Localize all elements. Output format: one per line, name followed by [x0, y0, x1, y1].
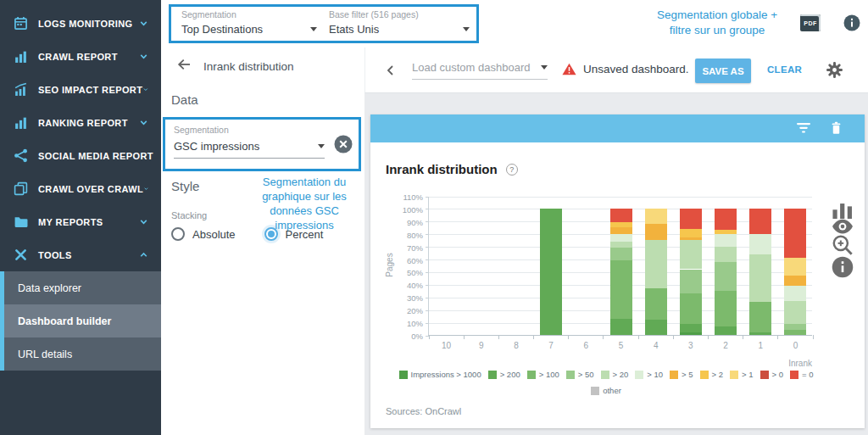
- legend-item[interactable]: > 1: [730, 370, 753, 379]
- back-arrow-icon[interactable]: [176, 58, 192, 75]
- legend-item[interactable]: Impressions > 1000: [399, 370, 481, 379]
- chevron-down-icon: [138, 117, 149, 128]
- bar-segment[interactable]: [784, 286, 806, 301]
- bar-segment[interactable]: [784, 324, 806, 330]
- submenu-item-dashboard-builder[interactable]: Dashboard builder: [0, 304, 161, 337]
- bar-segment[interactable]: [715, 326, 737, 335]
- chart-type-icon[interactable]: [832, 199, 854, 219]
- bar-segment[interactable]: [680, 324, 702, 332]
- radio-absolute[interactable]: [171, 227, 185, 241]
- submenu-item-url-details[interactable]: URL details: [0, 337, 161, 371]
- clear-segmentation-icon[interactable]: [334, 135, 353, 153]
- bar-segment[interactable]: [610, 222, 632, 227]
- sidebar-item-crawl-over-crawl[interactable]: CRAWL OVER CRAWL: [0, 172, 161, 205]
- bar-segment[interactable]: [784, 258, 806, 276]
- bar-segment[interactable]: [715, 291, 737, 326]
- legend-item[interactable]: > 2: [700, 370, 723, 379]
- legend-item[interactable]: > 10: [635, 370, 663, 379]
- eye-icon[interactable]: [832, 219, 854, 234]
- x-axis-tick: [429, 335, 430, 339]
- filter-icon[interactable]: [797, 122, 810, 134]
- bar-segment[interactable]: [610, 260, 632, 319]
- radio-percent[interactable]: [264, 227, 278, 241]
- y-axis-tick: [426, 197, 429, 198]
- bar-segment[interactable]: [645, 224, 667, 240]
- bar-segment[interactable]: [610, 248, 632, 260]
- sidebar-item-my-reports[interactable]: MY REPORTS: [0, 205, 161, 238]
- bar-segment[interactable]: [680, 332, 702, 335]
- chart-info-icon[interactable]: [832, 256, 854, 278]
- gear-icon[interactable]: [826, 61, 843, 79]
- radio-absolute-label: Absolute: [192, 228, 236, 241]
- legend-item[interactable]: > 100: [527, 370, 559, 379]
- collapse-panel-icon[interactable]: [384, 64, 398, 77]
- chevron-down-icon: [138, 51, 149, 62]
- save-as-button[interactable]: SAVE AS: [695, 59, 751, 83]
- info-icon[interactable]: [843, 14, 860, 31]
- bar-segment[interactable]: [715, 247, 737, 262]
- y-axis-tick: [426, 221, 429, 222]
- bar-segment[interactable]: [715, 234, 737, 247]
- widget-segmentation-select[interactable]: GSC impressions: [174, 140, 325, 159]
- sidebar-item-tools[interactable]: TOOLS: [0, 238, 161, 271]
- chart-card-header[interactable]: [370, 114, 865, 142]
- gridline: [429, 197, 812, 198]
- legend-item[interactable]: = 0: [790, 370, 813, 379]
- bar-segment[interactable]: [645, 320, 667, 335]
- load-dashboard-select[interactable]: Load custom dashboard: [412, 61, 548, 80]
- bar-segment[interactable]: [749, 254, 771, 303]
- segmentation-select[interactable]: Segmentation Top Destinations: [181, 9, 317, 40]
- bar-segment[interactable]: [784, 276, 806, 286]
- legend-item[interactable]: > 20: [601, 370, 629, 379]
- legend-item[interactable]: > 200: [488, 370, 520, 379]
- trash-icon[interactable]: [830, 121, 843, 135]
- help-icon[interactable]: ?: [506, 164, 518, 176]
- sidebar-item-label: RANKING REPORT: [38, 118, 138, 128]
- x-tick-label: 8: [514, 341, 519, 350]
- legend-item[interactable]: other: [591, 386, 621, 395]
- bar-segment[interactable]: [540, 209, 562, 335]
- pdf-export-icon[interactable]: PDF: [800, 14, 821, 31]
- sidebar-item-crawl-report[interactable]: CRAWL REPORT: [0, 40, 161, 73]
- submenu-item-data-explorer[interactable]: Data explorer: [0, 271, 161, 304]
- bar-segment[interactable]: [610, 227, 632, 233]
- bar-segment[interactable]: [610, 242, 632, 248]
- bar-segment[interactable]: [680, 293, 702, 324]
- bar-segment[interactable]: [784, 301, 806, 324]
- bar-segment[interactable]: [680, 237, 702, 240]
- bar-segment[interactable]: [680, 270, 702, 293]
- bar-segment[interactable]: [784, 330, 806, 335]
- bar-segment[interactable]: [680, 240, 702, 269]
- legend-swatch: [566, 371, 575, 379]
- legend-item[interactable]: > 50: [566, 370, 594, 379]
- bar-segment[interactable]: [610, 209, 632, 222]
- unsaved-warning: Unsaved dashboard.: [562, 63, 689, 75]
- bar-segment[interactable]: [645, 288, 667, 320]
- bar-segment[interactable]: [715, 230, 737, 233]
- bar-segment[interactable]: [749, 302, 771, 332]
- bar-segment[interactable]: [680, 229, 702, 237]
- chevron-down-icon: [142, 84, 149, 95]
- bar-segment[interactable]: [749, 209, 771, 234]
- sidebar-item-ranking-report[interactable]: RANKING REPORT: [0, 106, 161, 139]
- bar-segment[interactable]: [749, 332, 771, 335]
- bar-segment[interactable]: [645, 209, 667, 224]
- sidebar-item-social-media-report[interactable]: SOCIAL MEDIA REPORT: [0, 139, 161, 172]
- bar-segment[interactable]: [749, 234, 771, 254]
- sidebar-item-logs-monitoring[interactable]: LOGS MONITORING: [0, 7, 161, 40]
- bar-segment[interactable]: [715, 209, 737, 230]
- segmentation-global-note[interactable]: Segmentation globale + filtre sur un gro…: [653, 8, 782, 38]
- bar-segment[interactable]: [715, 262, 737, 291]
- bar-segment[interactable]: [680, 209, 702, 229]
- bar-segment[interactable]: [784, 209, 806, 258]
- clear-button[interactable]: CLEAR: [767, 64, 802, 75]
- bar-segment[interactable]: [610, 319, 632, 335]
- chevron-down-icon: [138, 18, 149, 29]
- bar-segment[interactable]: [610, 234, 632, 242]
- base-filter-select[interactable]: Base filter (516 pages) Etats Unis: [329, 9, 470, 40]
- legend-item[interactable]: > 5: [670, 370, 693, 379]
- legend-item[interactable]: > 0: [760, 370, 783, 379]
- sidebar-item-seo-impact-report[interactable]: SEO IMPACT REPORT: [0, 73, 161, 106]
- bar-segment[interactable]: [645, 240, 667, 288]
- zoom-in-icon[interactable]: [832, 234, 854, 256]
